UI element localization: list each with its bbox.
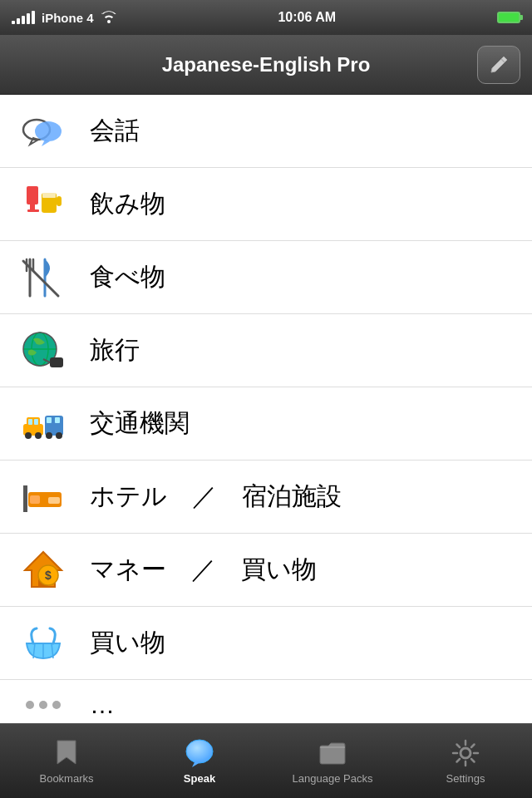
tab-settings[interactable]: Settings: [407, 737, 524, 785]
svg-rect-24: [28, 419, 32, 425]
ryoko-label: 旅行: [90, 333, 140, 367]
kaimono-label: 買い物: [90, 626, 165, 660]
status-bar: iPhone 4 10:06 AM: [0, 0, 532, 35]
svg-point-31: [46, 432, 52, 439]
tab-speak[interactable]: Speak: [141, 737, 258, 785]
nomimono-label: 飲み物: [90, 187, 165, 221]
nav-title: Japanese-English Pro: [162, 53, 371, 76]
svg-point-26: [25, 432, 32, 439]
svg-marker-48: [57, 741, 76, 764]
svg-point-27: [35, 432, 42, 439]
svg-line-57: [471, 759, 475, 762]
wifi-icon: [101, 10, 117, 26]
svg-rect-5: [27, 186, 38, 204]
svg-line-15: [23, 261, 58, 296]
settings-icon: [450, 737, 481, 769]
svg-rect-33: [23, 485, 27, 512]
bookmarks-icon: [51, 737, 82, 769]
svg-point-45: [26, 701, 34, 709]
list-item[interactable]: …: [0, 680, 532, 730]
svg-rect-36: [48, 497, 60, 504]
more-icon: [17, 680, 70, 730]
svg-text:$: $: [45, 569, 52, 582]
ryoko-icon: [17, 324, 70, 377]
svg-point-3: [35, 121, 62, 141]
list-item[interactable]: $ マネー ／ 買い物: [0, 534, 532, 607]
speak-icon: [184, 737, 215, 769]
svg-rect-30: [55, 417, 60, 423]
tab-bookmarks-label: Bookmarks: [39, 772, 93, 785]
kaiwa-label: 会話: [90, 114, 140, 148]
svg-rect-35: [30, 495, 40, 504]
tab-bookmarks[interactable]: Bookmarks: [8, 737, 125, 785]
list-item[interactable]: 旅行: [0, 314, 532, 387]
svg-line-58: [471, 745, 475, 748]
list-item[interactable]: ホテル ／ 宿泊施設: [0, 461, 532, 534]
hoteru-icon: [17, 470, 70, 524]
nomimono-icon: [17, 178, 70, 231]
hoteru-label: ホテル ／ 宿泊施設: [90, 480, 342, 514]
category-list: 会話 飲み物: [0, 95, 532, 730]
svg-rect-9: [57, 196, 62, 206]
svg-point-46: [39, 701, 47, 709]
carrier-label: iPhone 4: [42, 11, 94, 25]
svg-point-51: [461, 748, 470, 758]
list-item[interactable]: 買い物: [0, 607, 532, 680]
svg-line-59: [457, 759, 461, 762]
svg-point-47: [52, 701, 61, 709]
svg-point-32: [56, 432, 62, 439]
signal-bars: [12, 11, 35, 24]
tabemono-icon: [17, 251, 70, 304]
tab-speak-label: Speak: [184, 772, 215, 785]
svg-rect-10: [42, 193, 56, 198]
svg-rect-20: [50, 357, 63, 367]
tab-language-packs-label: Language Packs: [293, 772, 373, 785]
kotsu-icon: [17, 397, 70, 451]
svg-line-56: [457, 745, 461, 748]
kaiwa-icon: [17, 105, 70, 158]
status-time: 10:06 AM: [278, 10, 336, 25]
tab-settings-label: Settings: [446, 772, 485, 785]
nav-bar: Japanese-English Pro: [0, 35, 532, 95]
pencil-icon: [487, 53, 510, 76]
more-label: …: [90, 691, 115, 719]
svg-rect-29: [47, 417, 52, 423]
list-item[interactable]: 交通機関: [0, 387, 532, 461]
tabemono-label: 食べ物: [90, 260, 165, 294]
svg-rect-25: [34, 419, 38, 425]
battery-icon: [497, 12, 520, 23]
language-packs-icon: [317, 737, 348, 769]
list-item[interactable]: 飲み物: [0, 168, 532, 241]
list-item[interactable]: 食べ物: [0, 241, 532, 314]
list-item[interactable]: 会話: [0, 95, 532, 168]
svg-rect-6: [30, 204, 35, 209]
kotsu-label: 交通機関: [90, 406, 190, 441]
kaimono-icon: [17, 617, 70, 670]
svg-rect-7: [27, 209, 39, 212]
tab-language-packs[interactable]: Language Packs: [274, 737, 391, 785]
money-label: マネー ／ 買い物: [90, 553, 317, 587]
svg-point-49: [186, 740, 213, 763]
money-icon: $: [17, 544, 70, 597]
nav-edit-button[interactable]: [477, 46, 520, 84]
tab-bar: Bookmarks Speak: [0, 723, 532, 798]
